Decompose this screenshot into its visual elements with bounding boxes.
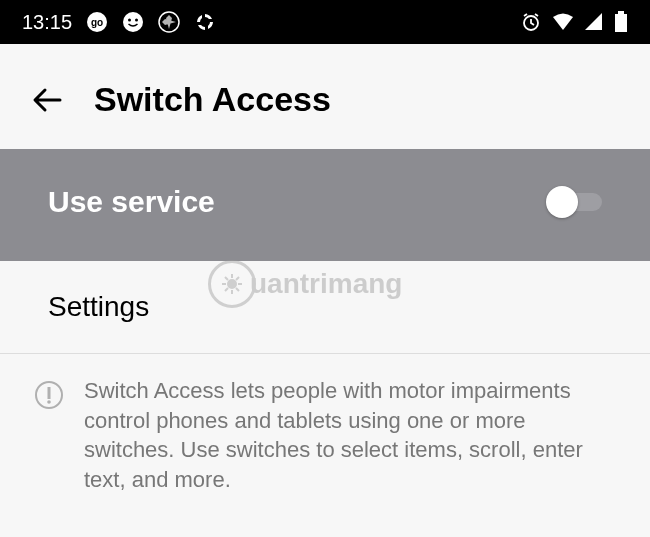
shield-icon xyxy=(158,11,180,33)
go-icon: go xyxy=(86,11,108,33)
use-service-label: Use service xyxy=(48,185,215,219)
settings-label: Settings xyxy=(48,291,149,322)
svg-rect-10 xyxy=(48,387,51,399)
svg-rect-8 xyxy=(618,11,624,14)
info-row: Switch Access lets people with motor imp… xyxy=(0,354,650,517)
svg-point-3 xyxy=(128,19,131,22)
battery-icon xyxy=(614,11,628,33)
back-arrow-icon[interactable] xyxy=(30,82,66,118)
status-time: 13:15 xyxy=(22,11,72,34)
header: Switch Access xyxy=(0,44,650,149)
use-service-row[interactable]: Use service xyxy=(0,149,650,261)
status-bar: 13:15 go xyxy=(0,0,650,44)
wifi-icon xyxy=(552,12,574,32)
svg-point-4 xyxy=(135,19,138,22)
signal-icon xyxy=(584,12,604,32)
info-icon xyxy=(34,380,64,414)
settings-row[interactable]: Settings xyxy=(0,261,650,354)
svg-text:go: go xyxy=(91,17,103,28)
alarm-icon xyxy=(520,11,542,33)
toggle-thumb xyxy=(546,186,578,218)
info-text: Switch Access lets people with motor imp… xyxy=(84,376,602,495)
svg-rect-7 xyxy=(615,14,627,32)
svg-point-2 xyxy=(123,12,143,32)
status-left: 13:15 go xyxy=(22,11,216,34)
sync-icon xyxy=(194,11,216,33)
smiley-icon xyxy=(122,11,144,33)
svg-point-11 xyxy=(47,400,51,404)
status-right xyxy=(520,11,628,33)
use-service-toggle[interactable] xyxy=(546,186,602,218)
page-title: Switch Access xyxy=(94,80,331,119)
